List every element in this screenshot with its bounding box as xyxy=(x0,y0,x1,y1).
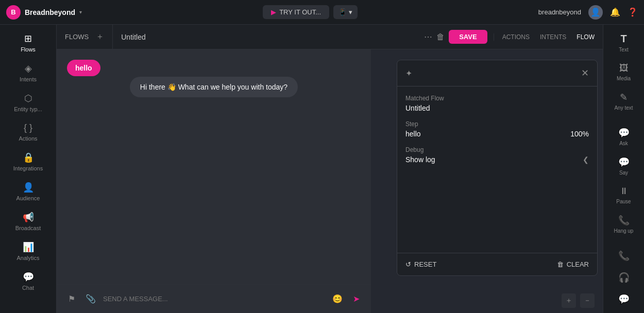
sidebar-item-flows[interactable]: ⊞ Flows xyxy=(5,29,52,57)
flows-tab[interactable]: FLOWS ＋ xyxy=(57,25,113,49)
canvas-area: hello Hi there 👋 What can we help you wi… xyxy=(57,49,603,313)
rp-item-say[interactable]: 💬 Say xyxy=(606,152,641,180)
debug-footer: ↺ RESET 🗑 CLEAR xyxy=(397,253,597,275)
debug-close-button[interactable]: ✕ xyxy=(581,67,589,79)
rp-label-any-text: Any text xyxy=(614,105,633,111)
clear-button[interactable]: 🗑 CLEAR xyxy=(557,260,589,268)
flows-tab-label: FLOWS xyxy=(65,33,89,41)
chat-panel: hello Hi there 👋 What can we help you wi… xyxy=(57,49,371,313)
flow-header: FLOWS ＋ Untitled ⋯ 🗑 SAVE ACTIONS INTENT… xyxy=(57,25,603,49)
try-it-out-button[interactable]: ▶ TRY IT OUT... xyxy=(263,5,329,19)
headset-icon: 🎧 xyxy=(618,272,630,283)
rp-item-media[interactable]: 🖼 Media xyxy=(606,59,641,85)
rp-label-pause: Pause xyxy=(616,199,631,204)
rp-item-headset[interactable]: 🎧 xyxy=(606,268,641,287)
save-button[interactable]: SAVE xyxy=(449,30,487,44)
sidebar-item-actions[interactable]: { } Actions xyxy=(5,118,52,146)
media-icon: 🖼 xyxy=(619,63,629,74)
rp-item-any-text[interactable]: ✎ Any text xyxy=(606,88,641,115)
debug-section: Debug Show log ❮ xyxy=(405,146,589,164)
user-name: breadnbeyond xyxy=(538,8,581,16)
app-avatar: B xyxy=(6,5,21,20)
sidebar-item-chat[interactable]: 💬 Chat xyxy=(5,267,52,295)
rp-item-ask[interactable]: 💬 Ask xyxy=(606,123,641,150)
entity-types-icon: ⬡ xyxy=(24,93,32,104)
help-button[interactable]: ❓ xyxy=(628,7,638,17)
sidebar-label-analytics: Analytics xyxy=(16,255,39,261)
app-name: Breadnbeyond xyxy=(25,8,75,16)
attachment-button[interactable]: 📎 xyxy=(82,291,99,307)
rp-label-text: Text xyxy=(619,47,628,53)
chevron-down-icon[interactable]: ▾ xyxy=(79,9,82,15)
show-log-button[interactable]: Show log ❮ xyxy=(405,155,589,164)
debug-label: Debug xyxy=(405,146,589,153)
magic-icon: ✦ xyxy=(405,68,412,78)
topbar-right: breadnbeyond 👤 🔔 ❓ xyxy=(538,5,638,20)
main-layout: ⊞ Flows ◈ Intents ⬡ Entity typ... { } Ac… xyxy=(0,25,644,313)
rp-item-pause[interactable]: ⏸ Pause xyxy=(606,182,641,208)
sidebar-label-chat: Chat xyxy=(22,285,34,291)
tab-flow[interactable]: FLOW xyxy=(577,33,595,41)
sidebar: ⊞ Flows ◈ Intents ⬡ Entity typ... { } Ac… xyxy=(0,25,57,313)
sidebar-item-broadcast[interactable]: 📢 Broadcast xyxy=(5,207,52,235)
canvas-background: hello Hi there 👋 What can we help you wi… xyxy=(57,49,603,313)
remove-node-button[interactable]: － xyxy=(580,293,595,308)
sidebar-item-integrations[interactable]: 🔒 Integrations xyxy=(5,148,52,176)
step-percent: 100% xyxy=(570,130,589,138)
chat-messages: hello Hi there 👋 What can we help you wi… xyxy=(57,49,371,284)
actions-icon: { } xyxy=(24,123,32,133)
topbar: B Breadnbeyond ▾ ▶ TRY IT OUT... 📱 ▾ bre… xyxy=(0,0,644,25)
sidebar-item-audience[interactable]: 👤 Audience xyxy=(5,178,52,205)
rp-label-hang-up: Hang up xyxy=(614,228,634,234)
integrations-icon: 🔒 xyxy=(23,152,34,163)
pause-icon: ⏸ xyxy=(619,186,629,197)
tab-intents[interactable]: INTENTS xyxy=(540,33,566,41)
tab-actions[interactable]: ACTIONS xyxy=(502,33,530,41)
add-flow-button[interactable]: ＋ xyxy=(96,31,104,42)
sidebar-label-integrations: Integrations xyxy=(13,165,43,171)
flow-header-right: ⋯ 🗑 SAVE xyxy=(418,30,493,44)
play-icon: ▶ xyxy=(271,8,276,16)
sidebar-label-entity-types: Entity typ... xyxy=(14,106,42,112)
flow-header-tabs: ACTIONS INTENTS FLOW xyxy=(494,33,603,41)
audience-icon: 👤 xyxy=(23,182,34,193)
debug-body: Matched Flow Untitled Step hello 100% De… xyxy=(397,86,597,253)
flow-title-area: Untitled xyxy=(113,33,418,41)
chat-input[interactable] xyxy=(103,295,325,303)
reset-button[interactable]: ↺ RESET xyxy=(405,260,436,268)
matched-flow-label: Matched Flow xyxy=(405,95,589,102)
step-value: hello xyxy=(405,130,421,138)
sidebar-item-analytics[interactable]: 📊 Analytics xyxy=(5,237,52,265)
debug-header: ✦ ✕ xyxy=(397,60,597,86)
user-message: hello xyxy=(67,60,100,76)
emoji-button[interactable]: 😊 xyxy=(329,291,346,307)
step-section: Step hello 100% xyxy=(405,120,589,138)
delete-flow-button[interactable]: 🗑 xyxy=(436,32,445,42)
flag-button[interactable]: ⚑ xyxy=(65,291,78,307)
rp-item-chat2[interactable]: 💬 xyxy=(606,289,641,309)
say-icon: 💬 xyxy=(618,156,630,168)
rp-item-hang-up[interactable]: 📞 Hang up xyxy=(606,211,641,238)
send-button[interactable]: ➤ xyxy=(350,291,363,307)
device-select-button[interactable]: 📱 ▾ xyxy=(333,5,358,19)
bot-message: Hi there 👋 What can we help you with tod… xyxy=(130,82,298,92)
bot-bubble: Hi there 👋 What can we help you with tod… xyxy=(130,77,298,97)
rp-item-phone1[interactable]: 📞 xyxy=(606,246,641,266)
analytics-icon: 📊 xyxy=(23,241,34,253)
flow-title: Untitled xyxy=(121,33,145,41)
phone-icon: 📞 xyxy=(618,250,630,262)
matched-flow-value: Untitled xyxy=(405,104,589,112)
add-node-button[interactable]: ＋ xyxy=(562,293,576,308)
clear-icon: 🗑 xyxy=(557,260,564,268)
sidebar-label-broadcast: Broadcast xyxy=(15,225,41,231)
sidebar-item-intents[interactable]: ◈ Intents xyxy=(5,59,52,86)
user-bubble: hello xyxy=(67,60,100,76)
user-avatar[interactable]: 👤 xyxy=(588,5,603,20)
rp-item-text[interactable]: T Text xyxy=(606,29,641,57)
try-label: TRY IT OUT... xyxy=(279,8,321,16)
flows-icon: ⊞ xyxy=(24,33,32,44)
debug-panel: ✦ ✕ Matched Flow Untitled Step hello 1 xyxy=(397,60,598,276)
sidebar-item-entity-types[interactable]: ⬡ Entity typ... xyxy=(5,89,52,116)
notification-button[interactable]: 🔔 xyxy=(610,7,620,17)
more-options-button[interactable]: ⋯ xyxy=(424,32,432,42)
